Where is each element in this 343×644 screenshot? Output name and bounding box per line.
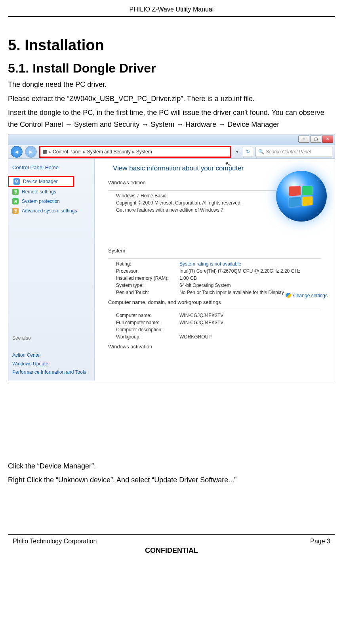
- workgroup-value: WORKGROUP: [179, 334, 212, 340]
- sidebar-item-system-protection[interactable]: ⛨ System protection: [12, 197, 90, 206]
- footer-page-number: Page 3: [310, 538, 330, 545]
- paragraph-3: Insert the dongle to the PC, in the firs…: [8, 107, 335, 130]
- cursor-icon: ↖: [225, 159, 232, 169]
- processor-label: Processor:: [116, 268, 179, 274]
- paragraph-5: Right Click the “Unknown device”. And se…: [8, 474, 335, 486]
- computer-name-value: WIN-CGJQJ4EK3TV: [179, 313, 223, 318]
- heading-2: 5.1. Install Dongle Driver: [8, 61, 335, 76]
- see-also-action-center[interactable]: Action Center: [12, 351, 88, 360]
- sidebar-item-label: Device Manager: [23, 179, 57, 184]
- see-also-performance-info[interactable]: Performance Information and Tools: [12, 368, 88, 377]
- paragraph-1: The dongle need the PC driver.: [8, 79, 335, 91]
- close-button[interactable]: ✕: [322, 136, 333, 143]
- control-panel-home-link[interactable]: Control Panel Home: [12, 164, 90, 170]
- nav-forward-button[interactable]: ►: [25, 146, 37, 158]
- search-icon: 🔍: [258, 149, 264, 155]
- rating-label: Rating:: [116, 261, 179, 267]
- search-placeholder: Search Control Panel: [266, 149, 311, 155]
- system-heading: System: [101, 245, 328, 254]
- sidebar-item-advanced-settings[interactable]: ⛨ Advanced system settings: [12, 206, 90, 216]
- full-computer-name-value: WIN-CGJQJ4EK3TV: [179, 320, 223, 325]
- see-also-windows-update[interactable]: Windows Update: [12, 360, 88, 369]
- rating-value[interactable]: System rating is not available: [179, 261, 241, 267]
- footer-confidential: CONFIDENTIAL: [8, 547, 335, 555]
- sidebar-item-label: System protection: [22, 199, 60, 204]
- refresh-button[interactable]: ↻: [243, 147, 253, 157]
- remote-settings-icon: ⛨: [12, 189, 19, 195]
- maximize-button[interactable]: ▢: [310, 136, 321, 143]
- system-type-value: 64-bit Operating System: [179, 283, 231, 288]
- breadcrumb-icon: ▦: [43, 149, 47, 155]
- right-pane: ↖ View basic information about your comp…: [95, 159, 335, 381]
- ram-label: Installed memory (RAM):: [116, 275, 179, 281]
- see-also-heading: See also: [12, 335, 31, 341]
- doc-header: PHILIO Z-Wave Utility Manual: [8, 4, 335, 17]
- chevron-right-icon: ▸: [83, 149, 86, 155]
- control-panel-window: ━ ▢ ✕ ◄ ► ▦ ▸ Control Panel ▸ System and…: [8, 134, 335, 381]
- address-bar: ◄ ► ▦ ▸ Control Panel ▸ System and Secur…: [8, 145, 335, 159]
- change-settings-link[interactable]: Change settings: [286, 293, 328, 298]
- sidebar-item-device-manager[interactable]: ⚙ Device Manager: [8, 176, 74, 187]
- windows-activation-heading: Windows activation: [101, 340, 328, 350]
- full-computer-name-label: Full computer name:: [116, 320, 179, 325]
- search-input[interactable]: 🔍 Search Control Panel: [255, 147, 332, 157]
- chevron-right-icon: ▸: [49, 149, 51, 155]
- windows-logo-icon: [276, 171, 327, 222]
- computer-description-label: Computer description:: [116, 327, 179, 333]
- breadcrumb[interactable]: ▦ ▸ Control Panel ▸ System and Security …: [39, 146, 231, 158]
- sidebar-item-remote-settings[interactable]: ⛨ Remote settings: [12, 187, 90, 197]
- breadcrumb-item[interactable]: Control Panel: [53, 149, 82, 155]
- system-protection-icon: ⛨: [12, 198, 19, 204]
- breadcrumb-dropdown[interactable]: ▾: [234, 147, 240, 157]
- sidebar-item-label: Advanced system settings: [22, 208, 77, 214]
- workgroup-label: Workgroup:: [116, 334, 179, 340]
- device-manager-icon: ⚙: [13, 178, 20, 185]
- computer-name-label: Computer name:: [116, 313, 179, 318]
- nav-back-button[interactable]: ◄: [11, 146, 23, 158]
- breadcrumb-item[interactable]: System and Security: [87, 149, 131, 155]
- chevron-right-icon: ▸: [132, 149, 135, 155]
- paragraph-2: Please extract the “ZW040x_USB_VCP_PC_Dr…: [8, 93, 335, 105]
- minimize-button[interactable]: ━: [298, 136, 309, 143]
- change-settings-label: Change settings: [293, 293, 328, 298]
- left-pane: Control Panel Home ⚙ Device Manager ⛨ Re…: [8, 159, 95, 381]
- paragraph-4: Click the “Device Manager”.: [8, 461, 335, 472]
- ram-value: 1.00 GB: [179, 275, 197, 281]
- shield-icon: [286, 293, 291, 298]
- window-titlebar[interactable]: ━ ▢ ✕: [8, 134, 335, 145]
- footer-company: Philio Technology Corporation: [13, 538, 97, 545]
- advanced-settings-icon: ⛨: [12, 208, 19, 214]
- sidebar-item-label: Remote settings: [22, 189, 56, 195]
- system-type-label: System type:: [116, 283, 179, 288]
- heading-1: 5. Installation: [8, 37, 335, 54]
- breadcrumb-item[interactable]: System: [136, 149, 152, 155]
- processor-value: Intel(R) Core(TM) i7-2670QM CPU @ 2.20GH…: [179, 268, 301, 274]
- pen-touch-label: Pen and Touch:: [116, 290, 179, 295]
- pen-touch-value: No Pen or Touch Input is available for t…: [179, 290, 284, 295]
